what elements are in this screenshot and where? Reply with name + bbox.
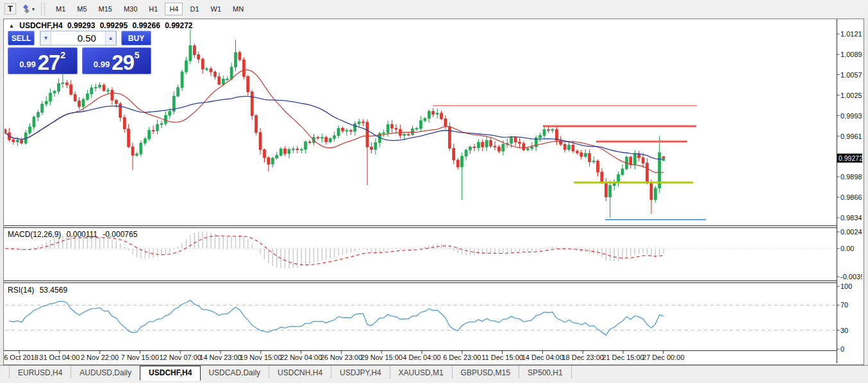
date-axis-label: 7 Nov 15:00 <box>121 354 159 361</box>
date-axis-label: 27 Dec 00:00 <box>642 354 684 361</box>
tab-usdcad-daily[interactable]: USDCAD,Daily <box>200 366 269 379</box>
timeframe-m1[interactable]: M1 <box>51 3 70 15</box>
trade-panel: SELL ▼ ▲ BUY 0.99 27 2 0.99 29 5 <box>8 31 151 74</box>
price-axis-label: 0.98980 <box>840 173 862 181</box>
sell-price-big: 27 <box>38 53 60 72</box>
toolbar: T ▾ M1M5M15M30H1H4D1W1MN <box>0 0 868 18</box>
timeframe-m5[interactable]: M5 <box>72 3 91 15</box>
volume-increase-button[interactable]: ▲ <box>105 31 116 45</box>
macd-value: 0.000111 <box>67 230 97 239</box>
ohlc-low: 0.99266 <box>132 21 160 30</box>
sell-price-base: 0.99 <box>19 60 35 69</box>
timeframe-w1[interactable]: W1 <box>206 3 226 15</box>
tab-audusd-daily[interactable]: AUDUSD,Daily <box>71 366 140 379</box>
toolbar-separator <box>41 3 45 15</box>
ohlc-high: 0.99295 <box>100 21 128 30</box>
date-axis-label: 12 Nov 07:00 <box>159 354 201 361</box>
rsi-axis-label: 30 <box>840 327 848 334</box>
text-tool-icon: T <box>5 4 15 14</box>
buy-button[interactable]: BUY <box>121 31 151 45</box>
date-axis-label: 11 Dec 15:00 <box>481 354 523 361</box>
current-bar-dot <box>662 158 665 161</box>
ohlc-open: 0.99293 <box>67 21 95 30</box>
price-axis-label: 0.99935 <box>840 112 862 120</box>
chart-title: ▲ USDCHF,H4 0.99293 0.99295 0.99266 0.99… <box>9 21 196 30</box>
date-axis-label: 21 Dec 15:00 <box>602 354 644 361</box>
tab-gbpusd-m15[interactable]: GBPUSD,M15 <box>453 366 519 379</box>
buy-price-base: 0.99 <box>94 60 110 69</box>
mt4-window: T ▾ M1M5M15M30H1H4D1W1MN 1.012101.008901… <box>0 0 868 383</box>
sell-price-box[interactable]: 0.99 27 2 <box>8 47 78 74</box>
price-axis-label: 1.00575 <box>840 71 862 79</box>
date-axis-label: 26 Oct 2018 <box>4 354 38 361</box>
tab-stub <box>2 366 10 379</box>
macd-axis-label: 0.002492 <box>840 228 862 236</box>
price-axis-label: 0.98660 <box>840 193 862 201</box>
macd-signal-value: -0.000765 <box>103 230 137 239</box>
rsi-axis-label: 100 <box>840 282 852 290</box>
timeframe-mn[interactable]: MN <box>228 3 248 15</box>
date-axis-label: 29 Nov 15:00 <box>360 354 402 361</box>
rsi-label: RSI(14) <box>8 286 34 295</box>
volume-input[interactable] <box>51 31 105 45</box>
rsi-line <box>9 300 664 335</box>
rsi-header: RSI(14) 53.4569 <box>8 286 71 295</box>
macd-header: MACD(12,26,9) 0.000111 -0.000765 <box>8 230 140 239</box>
tab-usdjpy-h4[interactable]: USDJPY,H4 <box>331 366 390 379</box>
macd-axis-label: -0.003913 <box>840 273 862 281</box>
chevron-down-icon: ▾ <box>32 6 35 12</box>
price-axis-label: 1.00255 <box>840 92 862 99</box>
date-axis-label: 19 Nov 15:00 <box>240 354 281 361</box>
rsi-axis-label: 0 <box>840 345 844 353</box>
tab-sp500-h1[interactable]: SP500,H1 <box>519 366 572 379</box>
date-axis-label: 14 Nov 23:00 <box>199 354 241 361</box>
sell-button[interactable]: SELL <box>8 31 35 45</box>
triangle-up-icon: ▲ <box>9 23 14 29</box>
date-axis-label: 18 Dec 23:00 <box>562 354 603 361</box>
macd-axis-label: 0.00 <box>840 245 854 252</box>
rsi-value: 53.4569 <box>40 286 67 295</box>
timeframe-h4[interactable]: H4 <box>165 3 183 15</box>
rsi-axis-label: 70 <box>840 301 848 309</box>
date-axis-label: 14 Dec 04:00 <box>522 354 563 361</box>
buy-price-big: 29 <box>112 53 134 72</box>
arrows-tool-button[interactable]: ▾ <box>18 2 37 16</box>
date-axis-label: 26 Nov 23:00 <box>321 354 362 361</box>
timeframe-group: M1M5M15M30H1H4D1W1MN <box>50 3 249 15</box>
chart-tabs: EURUSD,H4AUDUSD,DailyUSDCHF,H4USDCAD,Dai… <box>0 365 868 383</box>
timeframe-d1[interactable]: D1 <box>185 3 203 15</box>
rsi-pane <box>5 300 836 335</box>
price-axis-label: 1.00890 <box>840 51 862 58</box>
macd-label: MACD(12,26,9) <box>8 230 61 239</box>
sell-price-sup: 2 <box>60 50 65 60</box>
timeframe-m30[interactable]: M30 <box>119 3 142 15</box>
text-tool-button[interactable]: T <box>3 2 18 16</box>
symbol-label: USDCHF,H4 <box>19 21 62 30</box>
buy-price-sup: 5 <box>135 50 140 60</box>
tab-usdcnh-h4[interactable]: USDCNH,H4 <box>269 366 331 379</box>
date-axis-label: 31 Oct 04:00 <box>39 354 79 361</box>
price-axis-label: 0.99615 <box>840 133 862 140</box>
timeframe-m15[interactable]: M15 <box>94 3 117 15</box>
volume-decrease-button[interactable]: ▼ <box>40 31 51 45</box>
tab-xauusd-m1[interactable]: XAUUSD,M1 <box>390 366 453 379</box>
arrows-tool-icon <box>21 4 31 14</box>
tab-eurusd-h4[interactable]: EURUSD,H4 <box>10 366 71 379</box>
timeframe-h1[interactable]: H1 <box>144 3 162 15</box>
buy-price-box[interactable]: 0.99 29 5 <box>82 47 152 74</box>
date-axis-label: 2 Nov 22:00 <box>81 354 119 361</box>
date-axis-label: 6 Dec 23:00 <box>443 354 481 361</box>
price-axis-label: 1.01210 <box>840 30 862 38</box>
tab-usdchf-h4[interactable]: USDCHF,H4 <box>140 366 201 380</box>
current-price-label: 0.99272 <box>839 154 862 162</box>
date-axis-label: 22 Nov 04:00 <box>280 354 322 361</box>
date-axis-label: 4 Dec 04:00 <box>403 354 440 361</box>
price-axis-label: 0.98340 <box>840 214 862 222</box>
volume-stepper: ▼ ▲ <box>40 31 117 45</box>
ohlc-close: 0.99272 <box>165 21 192 30</box>
